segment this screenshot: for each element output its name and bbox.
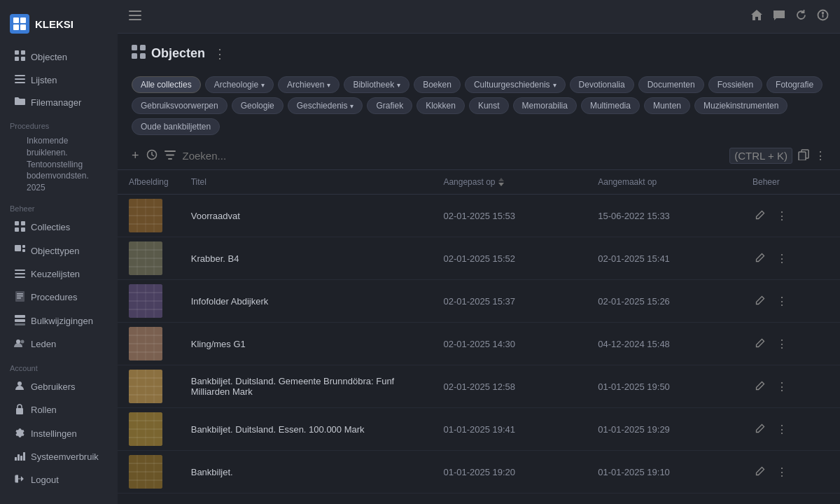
sidebar-instellingen-label: Instellingen <box>31 428 77 439</box>
cell-aangepast-op: 02-01-2025 14:30 <box>432 323 587 365</box>
home-icon[interactable] <box>750 9 763 24</box>
sidebar-item-bulkwijzigingen[interactable]: Bulkwijzigingen <box>4 310 113 332</box>
sidebar-item-lijsten[interactable]: Lijsten <box>4 69 113 90</box>
filter-tag-1[interactable]: Archeologie▾ <box>205 76 274 93</box>
cell-title: Krabber. B4 <box>180 237 433 280</box>
filter-tag-19[interactable]: Muziekinstrumenten <box>694 97 788 114</box>
filter-tag-6[interactable]: Devotionalia <box>570 76 634 93</box>
sidebar-item-gebruikers[interactable]: Gebruikers <box>4 376 113 398</box>
cell-title: Infofolder Abdijkerk <box>180 280 433 323</box>
message-icon[interactable] <box>773 10 785 24</box>
sidebar-item-objecttypen[interactable]: Objecttypen <box>4 240 113 262</box>
svg-rect-27 <box>15 323 25 326</box>
filter-tag-14[interactable]: Klokken <box>416 97 465 114</box>
page-options-icon[interactable]: ⋮ <box>214 46 226 62</box>
sidebar-item-logout[interactable]: Logout <box>4 469 113 491</box>
filter-tag-18[interactable]: Munten <box>644 97 690 114</box>
cell-title: Voorraadvat <box>180 195 433 237</box>
row-options-icon[interactable]: ⋮ <box>774 206 790 225</box>
edit-icon[interactable] <box>752 421 768 438</box>
table-row: Infofolder Abdijkerk02-01-2025 15:3702-0… <box>118 280 840 323</box>
cell-aangepast-op: 02-01-2025 15:52 <box>432 237 587 280</box>
row-options-icon[interactable]: ⋮ <box>774 463 790 482</box>
svg-rect-19 <box>15 273 25 274</box>
sidebar-logout-label: Logout <box>31 475 59 485</box>
folder-icon <box>14 97 25 108</box>
add-button[interactable]: + <box>132 148 139 163</box>
edit-icon[interactable] <box>752 335 768 353</box>
filter-icon[interactable] <box>164 150 176 162</box>
sidebar-item-leden[interactable]: Leden <box>4 334 113 355</box>
filter-tag-5[interactable]: Cultuurgeschiedenis▾ <box>465 76 566 93</box>
search-shortcut: (CTRL + K) <box>729 148 792 164</box>
cell-title: Bankbiljet. Duitsland. Gemeente Brunndöb… <box>180 365 433 408</box>
row-options-icon[interactable]: ⋮ <box>774 335 790 354</box>
filter-tag-7[interactable]: Documenten <box>638 76 704 93</box>
refresh-icon[interactable] <box>795 9 807 24</box>
bulk-icon <box>14 315 25 328</box>
page-title-icon <box>132 45 146 62</box>
col-aangemaakt-op: Aangemaakt op <box>587 170 741 195</box>
col-aangepast-op[interactable]: Aangepast op <box>432 170 587 195</box>
row-options-icon[interactable]: ⋮ <box>774 292 790 311</box>
table-row: Bankbiljet. Duitsland. Gemeente Brunndöb… <box>118 365 840 408</box>
info-icon[interactable] <box>817 9 829 24</box>
cell-aangemaakt-op: 02-01-2025 15:26 <box>587 280 741 323</box>
filter-tag-8[interactable]: Fossielen <box>708 76 762 93</box>
edit-icon[interactable] <box>752 293 768 310</box>
row-options-icon[interactable]: ⋮ <box>774 249 790 268</box>
objecttypen-icon <box>14 245 25 258</box>
topbar <box>118 0 840 34</box>
filter-tag-20[interactable]: Oude bankbiljetten <box>132 118 220 135</box>
filter-tag-16[interactable]: Memorabilia <box>513 97 577 114</box>
sidebar-item-procedures[interactable]: Procedures <box>4 286 113 309</box>
svg-rect-38 <box>129 19 141 20</box>
filter-tag-17[interactable]: Multimedia <box>581 97 640 114</box>
sidebar-item-rollen[interactable]: Rollen <box>4 399 113 421</box>
svg-rect-15 <box>15 245 21 251</box>
sidebar-item-keuzelijsten[interactable]: Keuzelijsten <box>4 264 113 285</box>
cell-title: Bankbiljet. Duitsland. Essen. 100.000 Ma… <box>180 408 433 451</box>
procedure-item-1[interactable]: Inkomende bruiklenen. Tentoonstelling bo… <box>0 133 118 196</box>
svg-rect-43 <box>140 45 146 50</box>
row-options-icon[interactable]: ⋮ <box>774 377 790 396</box>
hamburger-icon[interactable] <box>129 10 141 23</box>
search-input[interactable] <box>183 150 723 162</box>
filter-bar: Alle collectiesArcheologie▾Archieven▾Bib… <box>118 71 840 142</box>
filter-tag-9[interactable]: Fotografie <box>766 76 822 93</box>
svg-rect-12 <box>21 221 25 225</box>
filter-tag-13[interactable]: Grafiek <box>367 97 412 114</box>
cell-aangepast-op: 02-01-2025 15:37 <box>432 280 587 323</box>
filter-tag-10[interactable]: Gebruiksvoorwerpen <box>132 97 227 114</box>
edit-icon[interactable] <box>752 378 768 396</box>
filter-tag-15[interactable]: Kunst <box>469 97 509 114</box>
sidebar-item-instellingen[interactable]: Instellingen <box>4 423 113 445</box>
filter-tag-3[interactable]: Bibliotheek▾ <box>344 76 410 93</box>
edit-icon[interactable] <box>752 250 768 267</box>
svg-rect-20 <box>15 276 25 278</box>
cell-aangemaakt-op: 01-01-2025 19:50 <box>587 365 741 408</box>
row-options-icon[interactable]: ⋮ <box>774 420 790 439</box>
grid-icon <box>14 50 25 63</box>
filter-tag-12[interactable]: Geschiedenis▾ <box>288 97 363 114</box>
sidebar-item-systeemverbruik[interactable]: Systeemverbruik <box>4 447 113 468</box>
filter-tag-2[interactable]: Archieven▾ <box>278 76 340 93</box>
filter-tag-11[interactable]: Geologie <box>232 97 284 114</box>
svg-rect-51 <box>799 152 806 160</box>
logo-icon <box>10 14 29 34</box>
sidebar-item-objecten[interactable]: Objecten <box>4 46 113 68</box>
history-icon[interactable] <box>146 149 158 162</box>
copy-icon[interactable] <box>798 149 809 162</box>
logout-icon <box>14 474 25 486</box>
beheer-section-label: Beheer <box>0 196 118 216</box>
sidebar-item-collecties[interactable]: Collecties <box>4 216 113 239</box>
filter-tag-4[interactable]: Boeken <box>414 76 461 93</box>
filter-tag-0[interactable]: Alle collecties <box>132 76 201 93</box>
col-titel: Titel <box>180 170 433 195</box>
sidebar-item-filemanager[interactable]: Filemanager <box>4 92 113 113</box>
edit-icon[interactable] <box>752 207 768 225</box>
svg-rect-11 <box>15 221 19 225</box>
more-options-icon[interactable]: ⋮ <box>815 149 826 162</box>
svg-rect-14 <box>21 227 25 232</box>
edit-icon[interactable] <box>752 463 768 481</box>
